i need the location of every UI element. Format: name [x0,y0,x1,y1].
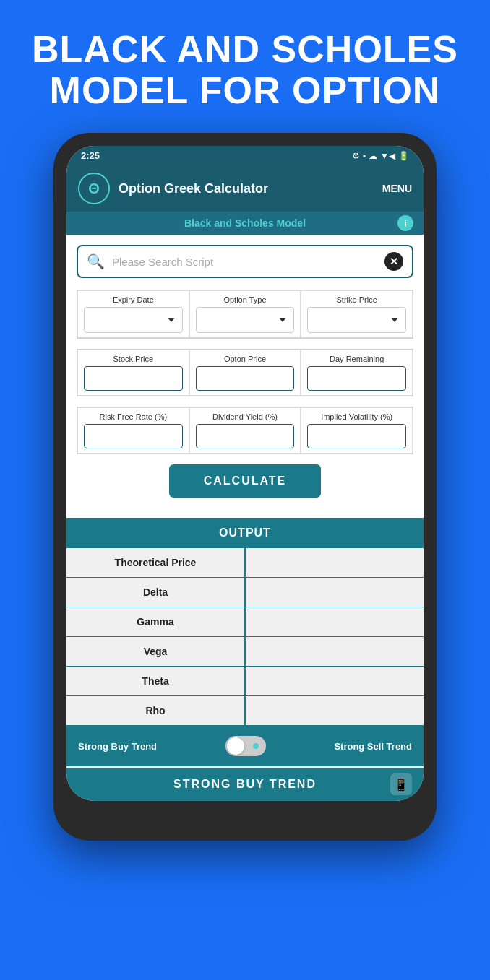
risk-free-rate-input[interactable] [84,424,183,448]
dividend-yield-input[interactable] [196,424,295,448]
option-type-cell: Option Type [189,290,301,338]
status-icons: ⚙ ▪ ☁ ▼◀ 🔋 [352,151,409,161]
stock-price-cell: Stock Price [77,350,189,396]
strong-buy-label: Strong Buy Trend [78,741,157,752]
phone-screen: 2:25 ⚙ ▪ ☁ ▼◀ 🔋 Θ Option Greek Calculato… [66,146,424,801]
subtitle-bar: Black and Scholes Model i [66,212,424,235]
gamma-label: Gamma [66,607,246,636]
strike-price-select[interactable] [307,307,406,333]
theta-value [246,667,424,695]
stock-price-input[interactable] [84,366,183,391]
dividend-yield-cell: Dividend Yield (%) [189,407,301,454]
gamma-value [246,607,424,636]
search-icon: 🔍 [87,253,105,270]
strong-sell-label: Strong Sell Trend [334,741,412,752]
vega-label: Vega [66,637,246,666]
info-icon[interactable]: i [397,215,413,231]
implied-volatility-label: Implied Volatility (%) [307,412,406,421]
strike-price-label: Strike Price [307,295,406,304]
delta-value [246,578,424,607]
implied-volatility-input[interactable] [307,424,406,448]
theoretical-price-value [246,548,424,577]
trend-phone-icon[interactable]: 📱 [390,773,412,795]
implied-volatility-cell: Implied Volatility (%) [301,407,413,454]
risk-free-rate-cell: Risk Free Rate (%) [77,407,189,454]
clear-icon[interactable]: ✕ [384,252,403,271]
form-row-2: Stock Price Opton Price Day Remaining [77,349,413,396]
app-title: Option Greek Calculator [119,181,374,196]
cloud-icon: ☁ [369,151,377,161]
output-row-vega: Vega [66,637,424,667]
risk-free-rate-label: Risk Free Rate (%) [84,412,183,421]
output-row-theoretical-price: Theoretical Price [66,548,424,578]
theoretical-price-label: Theoretical Price [66,548,246,577]
output-row-gamma: Gamma [66,607,424,637]
option-type-select[interactable] [196,307,295,333]
strong-trend-text: STRONG BUY TREND [173,778,317,791]
delta-label: Delta [66,578,246,607]
hero-title: BLACK AND SCHOLES MODEL FOR OPTION [0,0,490,133]
theta-label: Theta [66,667,246,695]
battery-level-icon: 🔋 [398,151,409,161]
day-remaining-cell: Day Remaining [301,350,413,396]
output-row-delta: Delta [66,578,424,607]
opton-price-input[interactable] [196,366,295,391]
app-header: Θ Option Greek Calculator MENU [66,165,424,212]
menu-button[interactable]: MENU [382,183,412,194]
toggle-section: Strong Buy Trend Strong Sell Trend [66,726,424,766]
status-time: 2:25 [81,150,100,161]
expiry-date-select[interactable] [84,307,183,333]
opton-price-cell: Opton Price [189,350,301,396]
output-row-rho: Rho [66,696,424,726]
app-logo: Θ [78,173,110,204]
expiry-date-cell: Expiry Date [77,290,189,338]
main-content: 🔍 Please Search Script ✕ Expiry Date Opt… [66,235,424,518]
strong-trend-bar: STRONG BUY TREND 📱 [66,768,424,801]
expiry-date-label: Expiry Date [84,295,183,304]
day-remaining-label: Day Remaining [307,355,406,363]
subtitle-text: Black and Scholes Model [184,217,306,229]
settings-icon: ⚙ [352,151,360,161]
day-remaining-input[interactable] [307,366,406,391]
form-row-1: Expiry Date Option Type Strike Price [77,290,413,339]
output-header: OUTPUT [66,518,424,548]
calculate-button[interactable]: CALCULATE [169,464,322,498]
phone-device: 2:25 ⚙ ▪ ☁ ▼◀ 🔋 Θ Option Greek Calculato… [53,133,437,841]
toggle-knob [227,737,244,755]
output-row-theta: Theta [66,667,424,696]
dividend-yield-label: Dividend Yield (%) [196,412,295,421]
opton-price-label: Opton Price [196,355,295,363]
signal-icon: ▼◀ [380,151,395,161]
output-table: Theoretical Price Delta Gamma Vega Theta… [66,548,424,726]
rho-label: Rho [66,696,246,725]
status-bar: 2:25 ⚙ ▪ ☁ ▼◀ 🔋 [66,146,424,165]
option-type-label: Option Type [196,295,295,304]
strike-price-cell: Strike Price [301,290,413,338]
vega-value [246,637,424,666]
stock-price-label: Stock Price [84,355,183,363]
battery-icon: ▪ [363,151,366,161]
toggle-dot [253,743,259,749]
search-input[interactable]: Please Search Script [112,256,384,268]
form-row-3: Risk Free Rate (%) Dividend Yield (%) Im… [77,407,413,454]
toggle-switch[interactable] [225,736,266,756]
rho-value [246,696,424,725]
search-bar[interactable]: 🔍 Please Search Script ✕ [77,245,413,278]
